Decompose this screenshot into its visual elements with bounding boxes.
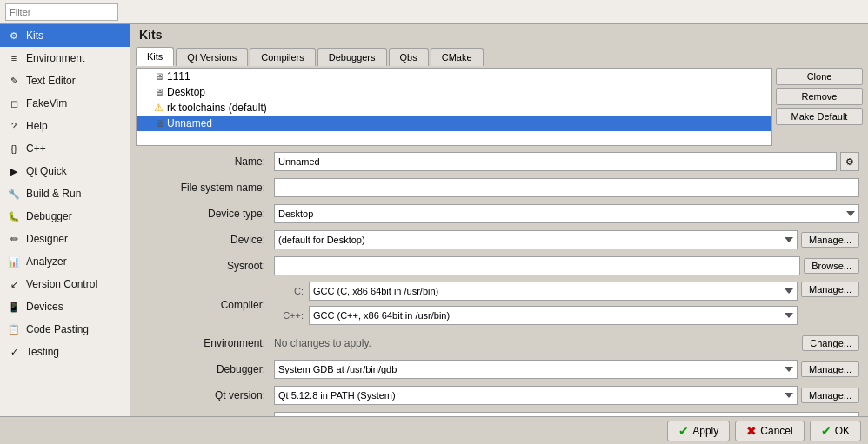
tab-qbs[interactable]: Qbs xyxy=(389,48,429,66)
sidebar-item-environment[interactable]: ≡ Environment xyxy=(0,47,130,70)
version-control-icon: ↙ xyxy=(7,277,21,291)
sysroot-browse-button[interactable]: Browse... xyxy=(804,258,859,274)
device-type-select[interactable]: Desktop xyxy=(274,204,859,223)
kit-item-label-desktop: Desktop xyxy=(167,86,205,98)
file-system-name-input[interactable] xyxy=(274,178,859,197)
tab-debuggers[interactable]: Debuggers xyxy=(317,48,387,66)
filter-bar xyxy=(0,0,868,24)
debugger-icon: 🐛 xyxy=(7,209,21,223)
sidebar-item-designer[interactable]: ✏ Designer xyxy=(0,228,130,250)
make-default-button[interactable]: Make Default xyxy=(776,108,863,125)
qt-version-select[interactable]: Qt 5.12.8 in PATH (System) xyxy=(274,386,798,405)
qt-version-manage-button[interactable]: Manage... xyxy=(801,388,859,403)
tab-compilers[interactable]: Compilers xyxy=(250,48,316,66)
qt-version-label: Qt version: xyxy=(139,389,274,401)
apply-check-icon: ✔ xyxy=(678,424,689,438)
device-label: Device: xyxy=(139,234,274,246)
sidebar-label-devices: Devices xyxy=(26,301,63,313)
sidebar-label-text-editor: Text Editor xyxy=(26,75,76,87)
compiler-label: Compiler: xyxy=(139,299,274,311)
warning-icon-rk: ⚠ xyxy=(154,102,164,114)
page-title: Kits xyxy=(130,24,868,45)
sidebar-label-code-pasting: Code Pasting xyxy=(26,323,89,335)
file-system-name-label: File system name: xyxy=(139,182,274,194)
form-area: Name: ⚙ File system name: Device type: D… xyxy=(130,148,868,416)
tab-cmake[interactable]: CMake xyxy=(431,48,484,66)
compiler-cpp-label: C++: xyxy=(274,310,309,321)
file-system-name-row: File system name: xyxy=(139,177,859,198)
sidebar-label-designer: Designer xyxy=(26,233,68,245)
cancel-button[interactable]: ✖ Cancel xyxy=(735,421,804,441)
debugger-select[interactable]: System GDB at /usr/bin/gdb xyxy=(274,360,798,379)
device-manage-button[interactable]: Manage... xyxy=(801,232,859,248)
sidebar-item-analyzer[interactable]: 📊 Analyzer xyxy=(0,250,130,273)
device-select[interactable]: (default for Desktop) xyxy=(274,230,798,249)
apply-label: Apply xyxy=(692,425,718,437)
kit-item-rk-toolchains[interactable]: ⚠ rk toolchains (default) xyxy=(137,100,771,116)
qt-version-row: Qt version: Qt 5.12.8 in PATH (System) M… xyxy=(139,385,859,406)
sysroot-row: Sysroot: Browse... xyxy=(139,255,859,276)
analyzer-icon: 📊 xyxy=(7,255,21,268)
tab-qt-versions[interactable]: Qt Versions xyxy=(176,48,248,66)
device-type-label: Device type: xyxy=(139,208,274,220)
sidebar-item-testing[interactable]: ✓ Testing xyxy=(0,341,130,363)
build-run-icon: 🔧 xyxy=(7,187,21,201)
environment-value: No changes to apply. xyxy=(274,337,798,349)
content-area: Kits Kits Qt Versions Compilers Debugger… xyxy=(130,24,868,416)
sidebar-item-code-pasting[interactable]: 📋 Code Pasting xyxy=(0,318,130,341)
sidebar-label-cpp: C++ xyxy=(26,142,46,155)
cancel-label: Cancel xyxy=(760,425,792,437)
sidebar-item-debugger[interactable]: 🐛 Debugger xyxy=(0,205,130,228)
sidebar-label-analyzer: Analyzer xyxy=(26,255,67,268)
kit-item-label-rk-toolchains: rk toolchains (default) xyxy=(167,102,267,114)
environment-icon: ≡ xyxy=(7,51,21,65)
cancel-x-icon: ✖ xyxy=(746,424,757,438)
sidebar-item-text-editor[interactable]: ✎ Text Editor xyxy=(0,70,130,92)
clone-button[interactable]: Clone xyxy=(776,68,863,85)
filter-input[interactable] xyxy=(5,3,118,21)
sysroot-label: Sysroot: xyxy=(139,260,274,272)
ok-button[interactable]: ✔ OK xyxy=(810,421,861,441)
compiler-manage-button[interactable]: Manage... xyxy=(801,282,859,297)
testing-icon: ✓ xyxy=(7,345,21,359)
debugger-row: Debugger: System GDB at /usr/bin/gdb Man… xyxy=(139,359,859,380)
debugger-label: Debugger: xyxy=(139,363,274,375)
designer-icon: ✏ xyxy=(7,232,21,246)
debugger-manage-button[interactable]: Manage... xyxy=(801,361,859,377)
sidebar-item-help[interactable]: ? Help xyxy=(0,115,130,137)
monitor-icon-1111: 🖥 xyxy=(154,71,164,82)
kit-item-unnamed[interactable]: 🖥 Unnamed xyxy=(137,116,771,131)
sidebar-label-help: Help xyxy=(26,120,48,132)
sysroot-input[interactable] xyxy=(274,256,800,275)
sidebar-label-build-run: Build & Run xyxy=(26,188,81,200)
kit-item-desktop[interactable]: 🖥 Desktop xyxy=(137,84,771,100)
name-row: Name: ⚙ xyxy=(139,151,859,172)
compiler-cpp-select[interactable]: GCC (C++, x86 64bit in /usr/bin) xyxy=(309,306,798,325)
sidebar-label-environment: Environment xyxy=(26,52,84,64)
sidebar-item-qt-quick[interactable]: ▶ Qt Quick xyxy=(0,160,130,182)
sidebar-item-devices[interactable]: 📱 Devices xyxy=(0,295,130,318)
compiler-c-select[interactable]: GCC (C, x86 64bit in /usr/bin) xyxy=(309,282,798,301)
text-editor-icon: ✎ xyxy=(7,74,21,88)
qt-quick-icon: ▶ xyxy=(7,164,21,178)
kit-item-label-1111: 1111 xyxy=(167,70,190,83)
name-input[interactable] xyxy=(274,152,837,171)
kit-item-1111[interactable]: 🖥 1111 xyxy=(137,69,771,84)
sidebar-item-fakevim[interactable]: ◻ FakeVim xyxy=(0,92,130,115)
tab-kits[interactable]: Kits xyxy=(136,47,174,66)
kit-list: 🖥 1111 🖥 Desktop ⚠ rk toolchains (defaul… xyxy=(136,68,772,146)
fakevim-icon: ◻ xyxy=(7,96,21,110)
sidebar-item-cpp[interactable]: {} C++ xyxy=(0,137,130,160)
environment-change-button[interactable]: Change... xyxy=(802,335,859,351)
sidebar-item-build-run[interactable]: 🔧 Build & Run xyxy=(0,182,130,205)
remove-button[interactable]: Remove xyxy=(776,88,863,105)
sidebar-item-version-control[interactable]: ↙ Version Control xyxy=(0,273,130,295)
kit-item-label-unnamed: Unnamed xyxy=(167,117,212,129)
apply-button[interactable]: ✔ Apply xyxy=(667,421,730,441)
help-icon: ? xyxy=(7,119,21,133)
kits-icon: ⚙ xyxy=(7,29,21,43)
monitor-icon-unnamed: 🖥 xyxy=(154,118,164,129)
name-icon-button[interactable]: ⚙ xyxy=(840,152,859,171)
compiler-c-row: C: GCC (C, x86 64bit in /usr/bin) xyxy=(274,282,798,301)
sidebar-item-kits[interactable]: ⚙ Kits xyxy=(0,24,130,47)
